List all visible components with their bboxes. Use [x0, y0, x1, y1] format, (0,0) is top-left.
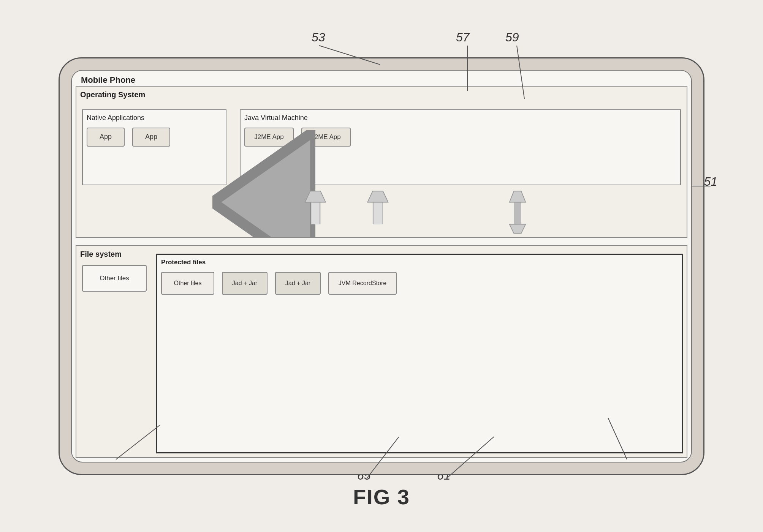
other-files-outer: Other files: [82, 265, 147, 292]
svg-marker-5: [305, 191, 326, 202]
svg-marker-10: [510, 191, 526, 202]
mobile-phone-box: Mobile Phone Operating System Native App…: [59, 57, 704, 475]
j2me-app-1: J2ME App: [244, 128, 294, 147]
jvm-apps-row: J2ME App J2ME App: [244, 128, 676, 147]
native-app-2: App: [132, 128, 170, 147]
protected-other-files: Other files: [161, 272, 214, 295]
j2me-app-2: J2ME App: [301, 128, 351, 147]
protected-items-row: Other files Jad + Jar Jad + Jar JVM Reco…: [161, 272, 678, 295]
svg-marker-8: [367, 191, 388, 202]
ref-57: 57: [456, 30, 470, 44]
jad-jar-1: Jad + Jar: [222, 272, 268, 295]
page-container: 53 57 59 51 55 65 61 63 FIG 3 Mobile Pho…: [0, 0, 763, 532]
protected-label: Protected files: [161, 259, 678, 266]
ref-53: 53: [312, 30, 325, 44]
os-box: Operating System Native Applications App…: [76, 86, 687, 238]
ref-51: 51: [704, 175, 717, 189]
os-label: Operating System: [80, 90, 683, 99]
svg-marker-11: [510, 224, 526, 233]
app-buttons-row: App App: [87, 128, 222, 147]
protected-box: Protected files Other files Jad + Jar Ja…: [156, 254, 683, 453]
mobile-phone-label: Mobile Phone: [79, 75, 137, 85]
native-apps-box: Native Applications App App: [82, 109, 226, 185]
jvm-recordstore: JVM RecordStore: [328, 272, 397, 295]
native-apps-label: Native Applications: [87, 114, 222, 122]
fig-caption: FIG 3: [353, 485, 410, 509]
native-app-1: App: [87, 128, 125, 147]
fs-box: File system Other files Protected files …: [76, 245, 687, 458]
jvm-label: Java Virtual Machine: [244, 114, 676, 122]
mobile-inner: Mobile Phone Operating System Native App…: [71, 70, 692, 463]
ref-59: 59: [505, 30, 519, 44]
jvm-box: Java Virtual Machine J2ME App J2ME App: [240, 109, 681, 185]
jad-jar-2: Jad + Jar: [275, 272, 321, 295]
